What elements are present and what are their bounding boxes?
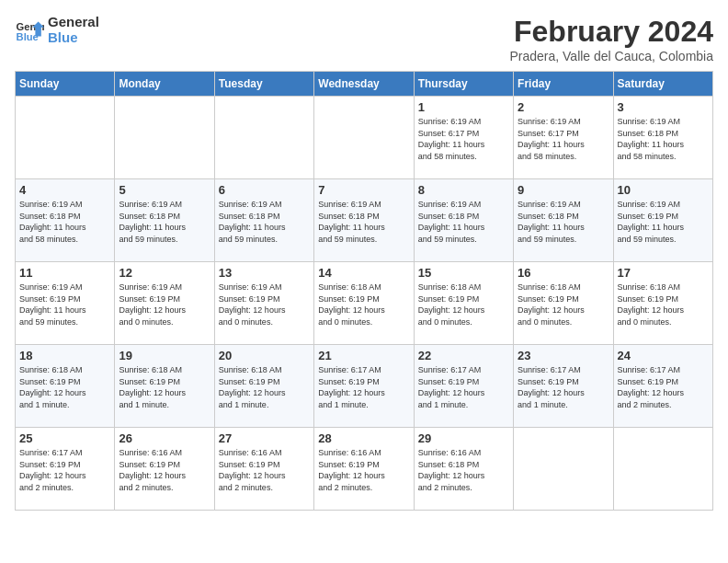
header-row: SundayMondayTuesdayWednesdayThursdayFrid… <box>16 72 713 97</box>
day-info: Sunrise: 6:18 AM Sunset: 6:19 PM Dayligh… <box>318 282 409 327</box>
day-info: Sunrise: 6:17 AM Sunset: 6:19 PM Dayligh… <box>318 364 409 410</box>
day-info: Sunrise: 6:19 AM Sunset: 6:18 PM Dayligh… <box>219 199 310 245</box>
col-header-tuesday: Tuesday <box>214 72 313 97</box>
day-cell: 6Sunrise: 6:19 AM Sunset: 6:18 PM Daylig… <box>214 179 313 262</box>
day-info: Sunrise: 6:18 AM Sunset: 6:19 PM Dayligh… <box>19 364 110 410</box>
day-cell <box>314 97 414 179</box>
day-cell: 19Sunrise: 6:18 AM Sunset: 6:19 PM Dayli… <box>115 345 214 428</box>
day-number: 13 <box>219 266 310 280</box>
week-row-2: 4Sunrise: 6:19 AM Sunset: 6:18 PM Daylig… <box>16 179 713 262</box>
week-row-3: 11Sunrise: 6:19 AM Sunset: 6:19 PM Dayli… <box>16 262 713 345</box>
day-number: 5 <box>119 183 210 197</box>
day-cell: 21Sunrise: 6:17 AM Sunset: 6:19 PM Dayli… <box>314 345 414 428</box>
day-info: Sunrise: 6:19 AM Sunset: 6:18 PM Dayligh… <box>518 199 609 245</box>
day-cell: 22Sunrise: 6:17 AM Sunset: 6:19 PM Dayli… <box>414 345 513 428</box>
week-row-1: 1Sunrise: 6:19 AM Sunset: 6:17 PM Daylig… <box>16 97 713 179</box>
day-cell <box>214 97 313 179</box>
col-header-friday: Friday <box>514 72 613 97</box>
day-cell: 23Sunrise: 6:17 AM Sunset: 6:19 PM Dayli… <box>514 345 613 428</box>
logo-icon: General Blue <box>15 16 44 45</box>
day-info: Sunrise: 6:19 AM Sunset: 6:19 PM Dayligh… <box>219 282 310 327</box>
day-number: 29 <box>418 431 509 445</box>
day-number: 12 <box>119 266 210 280</box>
day-info: Sunrise: 6:16 AM Sunset: 6:19 PM Dayligh… <box>219 447 310 493</box>
day-number: 21 <box>318 349 409 362</box>
day-cell: 27Sunrise: 6:16 AM Sunset: 6:19 PM Dayli… <box>214 428 313 511</box>
day-number: 19 <box>119 349 210 362</box>
title-section: February 2024 Pradera, Valle del Cauca, … <box>509 15 713 63</box>
day-number: 1 <box>418 100 509 114</box>
svg-text:Blue: Blue <box>17 31 39 42</box>
day-number: 9 <box>518 183 609 197</box>
day-info: Sunrise: 6:19 AM Sunset: 6:18 PM Dayligh… <box>19 199 110 245</box>
day-number: 18 <box>19 349 110 362</box>
day-number: 20 <box>219 349 310 362</box>
day-cell <box>514 428 613 511</box>
day-info: Sunrise: 6:18 AM Sunset: 6:19 PM Dayligh… <box>618 282 709 327</box>
day-number: 28 <box>318 431 409 445</box>
day-info: Sunrise: 6:16 AM Sunset: 6:18 PM Dayligh… <box>418 447 509 493</box>
col-header-wednesday: Wednesday <box>314 72 414 97</box>
day-info: Sunrise: 6:18 AM Sunset: 6:19 PM Dayligh… <box>119 364 210 410</box>
main-title: February 2024 <box>509 15 713 49</box>
day-cell: 8Sunrise: 6:19 AM Sunset: 6:18 PM Daylig… <box>414 179 513 262</box>
day-info: Sunrise: 6:17 AM Sunset: 6:19 PM Dayligh… <box>518 364 609 410</box>
day-number: 3 <box>618 100 709 114</box>
col-header-thursday: Thursday <box>414 72 513 97</box>
day-info: Sunrise: 6:17 AM Sunset: 6:19 PM Dayligh… <box>19 447 110 493</box>
day-number: 7 <box>318 183 409 197</box>
logo-line1: General <box>48 15 99 30</box>
day-cell: 2Sunrise: 6:19 AM Sunset: 6:17 PM Daylig… <box>514 97 613 179</box>
day-info: Sunrise: 6:19 AM Sunset: 6:19 PM Dayligh… <box>618 199 709 245</box>
day-cell: 13Sunrise: 6:19 AM Sunset: 6:19 PM Dayli… <box>214 262 313 345</box>
day-info: Sunrise: 6:18 AM Sunset: 6:19 PM Dayligh… <box>219 364 310 410</box>
week-row-5: 25Sunrise: 6:17 AM Sunset: 6:19 PM Dayli… <box>16 428 713 511</box>
day-cell: 25Sunrise: 6:17 AM Sunset: 6:19 PM Dayli… <box>16 428 115 511</box>
day-cell: 20Sunrise: 6:18 AM Sunset: 6:19 PM Dayli… <box>214 345 313 428</box>
day-number: 8 <box>418 183 509 197</box>
day-cell: 3Sunrise: 6:19 AM Sunset: 6:18 PM Daylig… <box>613 97 712 179</box>
day-cell <box>115 97 214 179</box>
day-cell: 16Sunrise: 6:18 AM Sunset: 6:19 PM Dayli… <box>514 262 613 345</box>
day-number: 14 <box>318 266 409 280</box>
day-info: Sunrise: 6:19 AM Sunset: 6:17 PM Dayligh… <box>518 116 609 162</box>
day-info: Sunrise: 6:17 AM Sunset: 6:19 PM Dayligh… <box>618 364 709 410</box>
col-header-sunday: Sunday <box>16 72 115 97</box>
day-cell: 4Sunrise: 6:19 AM Sunset: 6:18 PM Daylig… <box>16 179 115 262</box>
day-number: 22 <box>418 349 509 362</box>
day-info: Sunrise: 6:19 AM Sunset: 6:18 PM Dayligh… <box>618 116 709 162</box>
day-number: 25 <box>19 431 110 445</box>
day-info: Sunrise: 6:19 AM Sunset: 6:18 PM Dayligh… <box>318 199 409 245</box>
day-cell <box>613 428 712 511</box>
day-cell <box>16 97 115 179</box>
day-number: 17 <box>618 266 709 280</box>
day-info: Sunrise: 6:18 AM Sunset: 6:19 PM Dayligh… <box>518 282 609 327</box>
subtitle: Pradera, Valle del Cauca, Colombia <box>509 49 713 63</box>
day-cell: 29Sunrise: 6:16 AM Sunset: 6:18 PM Dayli… <box>414 428 513 511</box>
day-cell: 14Sunrise: 6:18 AM Sunset: 6:19 PM Dayli… <box>314 262 414 345</box>
day-cell: 10Sunrise: 6:19 AM Sunset: 6:19 PM Dayli… <box>613 179 712 262</box>
day-cell: 28Sunrise: 6:16 AM Sunset: 6:19 PM Dayli… <box>314 428 414 511</box>
day-cell: 5Sunrise: 6:19 AM Sunset: 6:18 PM Daylig… <box>115 179 214 262</box>
day-info: Sunrise: 6:16 AM Sunset: 6:19 PM Dayligh… <box>318 447 409 493</box>
day-info: Sunrise: 6:19 AM Sunset: 6:19 PM Dayligh… <box>119 282 210 327</box>
day-cell: 11Sunrise: 6:19 AM Sunset: 6:19 PM Dayli… <box>16 262 115 345</box>
day-info: Sunrise: 6:19 AM Sunset: 6:18 PM Dayligh… <box>418 199 509 245</box>
day-info: Sunrise: 6:19 AM Sunset: 6:18 PM Dayligh… <box>119 199 210 245</box>
calendar-table: SundayMondayTuesdayWednesdayThursdayFrid… <box>15 71 713 511</box>
day-number: 4 <box>19 183 110 197</box>
col-header-saturday: Saturday <box>613 72 712 97</box>
day-cell: 7Sunrise: 6:19 AM Sunset: 6:18 PM Daylig… <box>314 179 414 262</box>
day-number: 2 <box>518 100 609 114</box>
day-number: 10 <box>618 183 709 197</box>
day-cell: 15Sunrise: 6:18 AM Sunset: 6:19 PM Dayli… <box>414 262 513 345</box>
day-number: 6 <box>219 183 310 197</box>
day-info: Sunrise: 6:18 AM Sunset: 6:19 PM Dayligh… <box>418 282 509 327</box>
day-info: Sunrise: 6:19 AM Sunset: 6:17 PM Dayligh… <box>418 116 509 162</box>
day-cell: 12Sunrise: 6:19 AM Sunset: 6:19 PM Dayli… <box>115 262 214 345</box>
day-cell: 1Sunrise: 6:19 AM Sunset: 6:17 PM Daylig… <box>414 97 513 179</box>
header: General Blue General Blue February 2024 … <box>15 15 713 63</box>
day-number: 11 <box>19 266 110 280</box>
col-header-monday: Monday <box>115 72 214 97</box>
day-info: Sunrise: 6:16 AM Sunset: 6:19 PM Dayligh… <box>119 447 210 493</box>
